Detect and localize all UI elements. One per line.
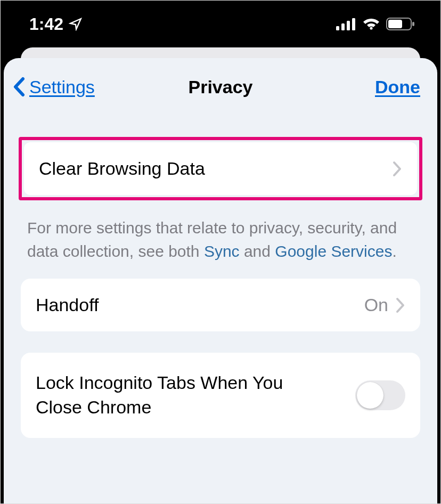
footer-text-mid: and xyxy=(240,242,275,260)
done-button[interactable]: Done xyxy=(375,77,420,97)
svg-rect-0 xyxy=(336,26,339,30)
svg-point-4 xyxy=(370,27,372,29)
sync-link[interactable]: Sync xyxy=(204,242,240,260)
svg-rect-3 xyxy=(352,18,355,30)
chevron-left-icon xyxy=(12,77,26,97)
back-label: Settings xyxy=(29,77,95,97)
section-footer-text: For more settings that relate to privacy… xyxy=(4,200,437,279)
handoff-cell[interactable]: Handoff On xyxy=(21,279,420,331)
privacy-settings-sheet: Settings Privacy Done Clear Browsing Dat… xyxy=(4,58,437,503)
battery-icon xyxy=(386,17,415,31)
location-icon xyxy=(69,17,83,31)
google-services-link[interactable]: Google Services xyxy=(275,242,392,260)
cell-value: On xyxy=(364,295,388,315)
back-button[interactable]: Settings xyxy=(12,77,95,97)
wifi-icon xyxy=(363,18,380,30)
cell-label: Clear Browsing Data xyxy=(39,158,205,179)
svg-rect-1 xyxy=(341,23,345,30)
page-title: Privacy xyxy=(189,77,253,97)
svg-rect-6 xyxy=(388,20,402,28)
footer-text-suffix: . xyxy=(392,242,396,260)
chevron-right-icon xyxy=(396,297,405,313)
cell-label: Lock Incognito Tabs When You Close Chrom… xyxy=(36,371,313,420)
status-bar: 1:42 xyxy=(1,1,440,47)
status-time: 1:42 xyxy=(29,14,63,34)
nav-bar: Settings Privacy Done xyxy=(4,58,437,116)
cell-label: Handoff xyxy=(36,295,99,315)
lock-incognito-cell[interactable]: Lock Incognito Tabs When You Close Chrom… xyxy=(21,353,420,438)
svg-rect-2 xyxy=(347,21,350,30)
svg-rect-7 xyxy=(412,22,414,26)
annotation-highlight: Clear Browsing Data xyxy=(19,137,422,200)
lock-incognito-toggle[interactable] xyxy=(355,380,405,410)
chevron-right-icon xyxy=(393,161,402,177)
signal-icon xyxy=(336,18,356,30)
toggle-knob xyxy=(357,382,383,409)
clear-browsing-data-cell[interactable]: Clear Browsing Data xyxy=(24,142,417,195)
